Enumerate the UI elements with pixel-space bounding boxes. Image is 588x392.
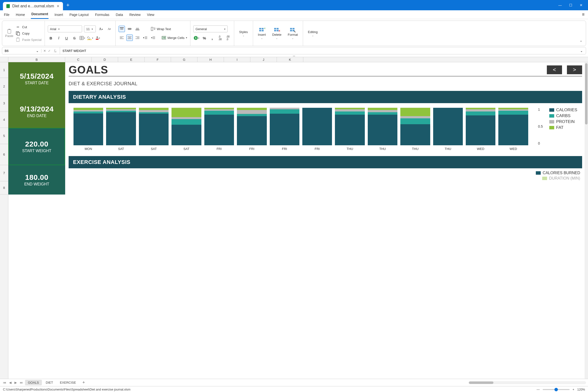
merge-cells-button[interactable]: Merge Cells bbox=[168, 36, 184, 40]
align-top-button[interactable] bbox=[118, 26, 125, 32]
menu-item-view[interactable]: View bbox=[146, 11, 155, 18]
row-header-3[interactable]: 3 bbox=[0, 95, 8, 112]
align-left-button[interactable] bbox=[118, 34, 125, 41]
bold-button[interactable]: B bbox=[48, 35, 54, 41]
close-window-button[interactable]: ✕ bbox=[580, 3, 582, 7]
italic-button[interactable]: I bbox=[56, 35, 62, 41]
formula-input[interactable]: START WEIGHT bbox=[60, 49, 577, 53]
expand-formula-bar-button[interactable]: ⌄ bbox=[577, 49, 586, 53]
row-header-4[interactable]: 4 bbox=[0, 112, 8, 128]
row-header-8[interactable]: 8 bbox=[0, 181, 8, 194]
horizontal-scrollbar[interactable] bbox=[468, 381, 586, 384]
column-header-H[interactable]: H bbox=[198, 57, 224, 62]
decrease-decimal-button[interactable]: .00.0 bbox=[225, 35, 231, 41]
delete-cells-button[interactable]: × Delete⌄ bbox=[270, 28, 284, 40]
underline-button[interactable]: U bbox=[64, 35, 70, 41]
zoom-in-button[interactable]: + bbox=[572, 388, 574, 391]
copy-button[interactable]: Copy bbox=[16, 31, 42, 36]
sheet-nav-prev[interactable]: ◀ bbox=[8, 381, 12, 384]
decrease-indent-button[interactable] bbox=[142, 34, 148, 41]
column-header-D[interactable]: D bbox=[92, 57, 118, 62]
end-weight-cell[interactable]: 180.00 END WEIGHT bbox=[8, 165, 65, 194]
column-header-E[interactable]: E bbox=[118, 57, 144, 62]
percent-button[interactable]: % bbox=[201, 35, 208, 41]
end-date-cell[interactable]: 9/13/2024 END DATE bbox=[8, 95, 65, 128]
row-header-2[interactable]: 2 bbox=[0, 78, 8, 95]
font-name-select[interactable]: Arial▾ bbox=[48, 26, 82, 32]
editing-button[interactable]: Editing⌄ bbox=[306, 30, 320, 37]
zoom-out-button[interactable]: — bbox=[536, 388, 540, 391]
borders-button[interactable]: ▾ bbox=[79, 35, 86, 41]
menu-item-document[interactable]: Document bbox=[31, 10, 48, 19]
menu-item-home[interactable]: Home bbox=[16, 11, 26, 18]
menu-item-insert[interactable]: Insert bbox=[54, 11, 64, 18]
paste-special-button[interactable]: Paste Special bbox=[16, 38, 42, 42]
column-header-C[interactable]: C bbox=[65, 57, 92, 62]
column-header-G[interactable]: G bbox=[171, 57, 198, 62]
minimize-button[interactable]: — bbox=[558, 3, 562, 7]
align-bottom-button[interactable] bbox=[134, 26, 141, 32]
decrease-font-size-button[interactable]: A▾ bbox=[106, 26, 112, 32]
comma-button[interactable]: , bbox=[209, 35, 215, 41]
column-header-F[interactable]: F bbox=[144, 57, 171, 62]
name-box[interactable]: B6 ⌄ bbox=[2, 49, 42, 53]
styles-button[interactable]: Styles⌄ bbox=[237, 30, 250, 37]
vertical-scrollbar[interactable] bbox=[584, 62, 588, 379]
increase-indent-button[interactable] bbox=[150, 34, 156, 41]
start-date-cell[interactable]: 5/15/2024 START DATE bbox=[8, 62, 65, 95]
menu-item-data[interactable]: Data bbox=[115, 11, 124, 18]
split-handle[interactable]: ••• bbox=[0, 55, 588, 57]
svg-rect-42 bbox=[274, 28, 276, 30]
sheet-nav-next[interactable]: ▶ bbox=[14, 381, 18, 384]
accept-formula-button[interactable]: ✓ bbox=[48, 49, 51, 53]
sheet-tab-diet[interactable]: DIET bbox=[43, 380, 56, 386]
strikethrough-button[interactable]: S bbox=[71, 35, 78, 41]
fx-icon[interactable]: fx bbox=[53, 48, 58, 53]
sheet-tab-goals[interactable]: GOALS bbox=[25, 380, 42, 386]
font-color-button[interactable]: A ▾ bbox=[95, 35, 101, 41]
sheet-tab-exercise[interactable]: EXERCISE bbox=[57, 380, 79, 386]
select-all-corner[interactable] bbox=[0, 57, 8, 62]
increase-font-size-button[interactable]: A▴ bbox=[98, 26, 104, 32]
new-tab-button[interactable]: + bbox=[66, 2, 70, 8]
zoom-slider[interactable] bbox=[543, 389, 570, 390]
menu-item-formulas[interactable]: Formulas bbox=[94, 11, 110, 18]
number-format-select[interactable]: General▾ bbox=[193, 26, 228, 32]
insert-cells-button[interactable]: + Insert⌄ bbox=[256, 28, 268, 40]
menu-item-review[interactable]: Review bbox=[129, 11, 141, 18]
row-header-7[interactable]: 7 bbox=[0, 165, 8, 181]
column-header-B[interactable]: B bbox=[8, 57, 65, 62]
increase-decimal-button[interactable]: .0.00 bbox=[217, 35, 223, 41]
ribbon-options-button[interactable]: ≡ bbox=[582, 12, 584, 17]
align-right-button[interactable] bbox=[134, 34, 141, 41]
menu-item-page-layout[interactable]: Page Layout bbox=[69, 11, 89, 18]
fill-color-button[interactable]: ▾ bbox=[87, 35, 93, 41]
menu-item-file[interactable]: File bbox=[4, 11, 10, 18]
start-weight-cell[interactable]: 220.00 START WEIGHT bbox=[8, 128, 65, 165]
column-header-J[interactable]: J bbox=[250, 57, 277, 62]
column-header-K[interactable]: K bbox=[277, 57, 303, 62]
add-sheet-button[interactable]: + bbox=[80, 380, 88, 385]
prev-button[interactable]: < bbox=[547, 66, 562, 74]
collapse-ribbon-button[interactable]: ⌃ bbox=[577, 21, 586, 46]
row-header-6[interactable]: 6 bbox=[0, 144, 8, 165]
paste-button[interactable]: Paste bbox=[5, 29, 13, 38]
row-header-5[interactable]: 5 bbox=[0, 128, 8, 144]
cancel-formula-button[interactable]: ✕ bbox=[43, 49, 46, 53]
maximize-button[interactable]: ☐ bbox=[569, 3, 572, 7]
close-tab-button[interactable]: ✕ bbox=[56, 4, 60, 8]
align-center-button[interactable] bbox=[126, 34, 133, 41]
document-tab[interactable]: Diet and e…ournal.xlsm ✕ bbox=[3, 2, 63, 10]
currency-button[interactable]: $▾ bbox=[193, 35, 200, 41]
row-header-1[interactable]: 1 bbox=[0, 62, 8, 78]
cells-area[interactable]: 5/15/2024 START DATE 9/13/2024 END DATE … bbox=[8, 62, 588, 379]
font-size-select[interactable]: 11▾ bbox=[84, 26, 96, 32]
sheet-nav-first[interactable]: ⏮ bbox=[2, 381, 7, 384]
align-middle-button[interactable] bbox=[126, 26, 133, 32]
sheet-nav-last[interactable]: ⏭ bbox=[19, 381, 24, 384]
format-cells-button[interactable]: Format⌄ bbox=[286, 28, 300, 40]
wrap-text-button[interactable]: Wrap Text bbox=[157, 27, 171, 31]
cut-button[interactable]: ✂ Cut bbox=[16, 25, 42, 29]
next-button[interactable]: > bbox=[567, 66, 582, 74]
column-header-I[interactable]: I bbox=[224, 57, 250, 62]
